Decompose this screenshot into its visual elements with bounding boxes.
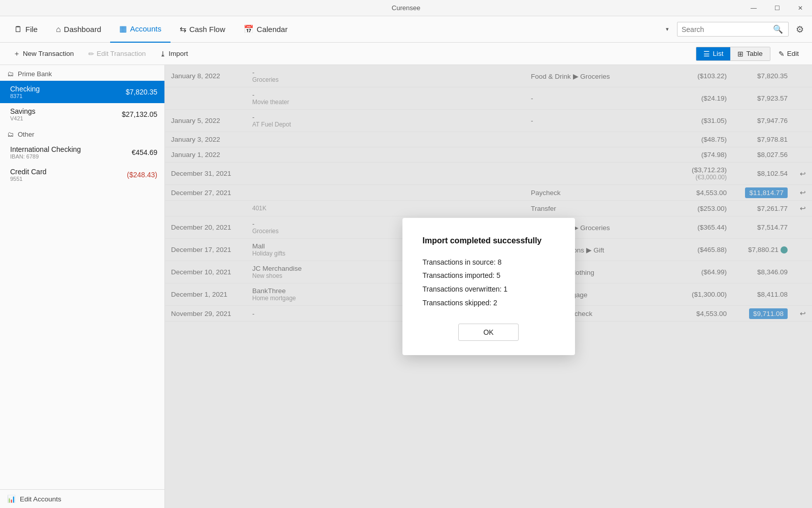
sidebar: 🗂 Prime Bank Checking 8371 $7,820.35 Sav… (0, 65, 165, 508)
sidebar-item-credit[interactable]: Credit Card 9551 ($248.43) (0, 164, 164, 186)
modal-title: Import completed successfully (423, 236, 555, 245)
new-transaction-label: New Transaction (23, 50, 74, 57)
menubar: 🗒 File ⌂ Dashboard ▦ Accounts ⇆ Cash Flo… (0, 16, 812, 43)
credit-balance: ($248.43) (127, 171, 157, 179)
account-dropdown-arrow[interactable]: ▾ (662, 24, 673, 35)
search-icon[interactable]: 🔍 (773, 24, 783, 34)
prime-bank-label: Prime Bank (18, 70, 52, 78)
titlebar: Curensee — ☐ ✕ (0, 0, 812, 16)
menu-dashboard[interactable]: ⌂ Dashboard (47, 16, 110, 43)
sidebar-item-savings[interactable]: Savings V421 $27,132.05 (0, 103, 164, 125)
menu-dashboard-label: Dashboard (64, 25, 101, 34)
savings-name: Savings (10, 107, 122, 115)
menu-cashflow[interactable]: ⇆ Cash Flow (171, 16, 234, 43)
search-box: 🔍 (677, 22, 789, 37)
sidebar-group-prime-bank: 🗂 Prime Bank (0, 65, 164, 81)
view-table-label: Table (746, 50, 762, 57)
edit-transaction-label: Edit Transaction (97, 50, 146, 57)
settings-icon[interactable]: ⚙ (793, 21, 807, 38)
edit-accounts-icon: 📊 (7, 495, 16, 503)
sidebar-item-international[interactable]: International Checking IBAN: 6789 €454.6… (0, 141, 164, 164)
search-area: ▾ 🔍 ⚙ (662, 21, 807, 38)
cashflow-icon: ⇆ (180, 24, 186, 34)
international-sub: IBAN: 6789 (10, 153, 131, 160)
sidebar-group-other: 🗂 Other (0, 125, 164, 141)
content-area: January 8, 2022-GroceriesFood & Drink ▶ … (165, 65, 812, 508)
international-name: International Checking (10, 145, 131, 153)
savings-balance: $27,132.05 (122, 110, 157, 118)
edit-pencil-icon: ✎ (779, 50, 785, 58)
view-list-label: List (713, 50, 723, 57)
checking-balance: $7,820.35 (126, 88, 157, 96)
menu-calendar-label: Calendar (257, 25, 288, 34)
view-list-button[interactable]: ☰ List (696, 47, 730, 60)
edit-button[interactable]: ✎ Edit (772, 47, 805, 60)
modal-overlay: Import completed successfully Transactio… (165, 65, 812, 508)
view-toggle: ☰ List ⊞ Table (696, 47, 770, 61)
table-icon: ⊞ (737, 50, 743, 58)
toolbar: ＋ New Transaction ✏ Edit Transaction ⤓ I… (0, 43, 812, 65)
search-input[interactable] (682, 25, 773, 34)
edit-accounts-label: Edit Accounts (20, 495, 61, 503)
dashboard-icon: ⌂ (56, 25, 61, 34)
new-transaction-icon: ＋ (13, 49, 20, 58)
modal-line: Transactions imported: 5 (423, 269, 555, 282)
maximize-button[interactable]: ☐ (765, 0, 789, 16)
minimize-button[interactable]: — (742, 0, 765, 16)
menu-accounts-label: Accounts (130, 24, 161, 33)
app-title: Curensee (392, 4, 420, 12)
import-button[interactable]: ⤓ Import (154, 47, 194, 60)
menu-file-label: File (25, 25, 38, 34)
savings-sub: V421 (10, 115, 122, 121)
list-icon: ☰ (703, 50, 710, 58)
calendar-icon: 📅 (244, 24, 254, 34)
menu-accounts[interactable]: ▦ Accounts (110, 16, 171, 43)
other-label: Other (18, 131, 35, 138)
menu-file[interactable]: 🗒 File (5, 16, 47, 43)
prime-bank-folder-icon: 🗂 (7, 70, 14, 78)
international-balance: €454.69 (131, 148, 157, 156)
menu-cashflow-label: Cash Flow (189, 25, 225, 34)
edit-transaction-icon: ✏ (88, 50, 94, 58)
import-label: Import (168, 50, 188, 57)
modal-line: Transactions overwritten: 1 (423, 282, 555, 296)
modal-line: Transactions skipped: 2 (423, 296, 555, 310)
main-layout: 🗂 Prime Bank Checking 8371 $7,820.35 Sav… (0, 65, 812, 508)
menu-calendar[interactable]: 📅 Calendar (234, 16, 297, 43)
checking-sub: 8371 (10, 93, 126, 99)
edit-label: Edit (787, 50, 799, 57)
edit-transaction-button[interactable]: ✏ Edit Transaction (82, 47, 152, 60)
modal-body: Transactions in source: 8Transactions im… (423, 256, 555, 309)
credit-sub: 9551 (10, 176, 127, 182)
view-table-button[interactable]: ⊞ Table (730, 47, 769, 60)
edit-accounts-button[interactable]: 📊 Edit Accounts (0, 489, 164, 508)
sidebar-item-checking[interactable]: Checking 8371 $7,820.35 (0, 81, 164, 103)
new-transaction-button[interactable]: ＋ New Transaction (7, 47, 80, 61)
other-folder-icon: 🗂 (7, 131, 14, 138)
modal-line: Transactions in source: 8 (423, 256, 555, 269)
window-controls: — ☐ ✕ (742, 0, 812, 16)
credit-name: Credit Card (10, 168, 127, 176)
file-icon: 🗒 (14, 25, 22, 34)
modal-footer: OK (423, 324, 555, 341)
accounts-icon: ▦ (119, 24, 127, 34)
import-success-modal: Import completed successfully Transactio… (402, 218, 575, 355)
import-icon: ⤓ (160, 50, 166, 58)
close-button[interactable]: ✕ (789, 0, 812, 16)
modal-ok-button[interactable]: OK (458, 324, 518, 341)
checking-name: Checking (10, 85, 126, 93)
